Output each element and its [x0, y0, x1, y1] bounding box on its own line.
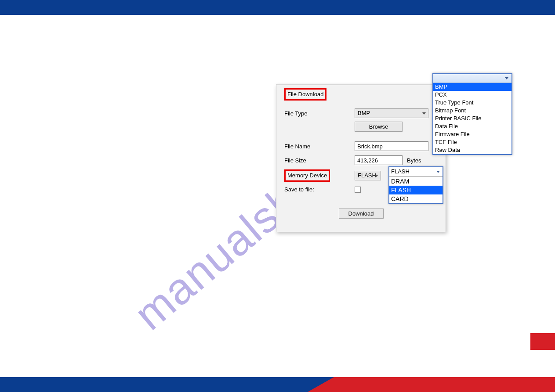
file-size-input[interactable] [355, 155, 403, 165]
red-corner-square [530, 333, 555, 350]
file-type-label: File Type [284, 110, 355, 117]
bottom-red [334, 377, 555, 392]
group-title: File Download [284, 88, 326, 101]
file-type-option[interactable]: Firmware File [433, 130, 511, 138]
file-type-option[interactable]: Data File [433, 122, 511, 130]
file-name-label: File Name [284, 143, 355, 150]
file-type-option[interactable]: Bitmap Font [433, 107, 511, 115]
file-type-option-list: BMP PCX True Type Font Bitmap Font Print… [432, 73, 512, 155]
bytes-label: Bytes [407, 157, 421, 164]
file-type-option[interactable]: True Type Font [433, 99, 511, 107]
file-download-dialog: File Download File Type BMP Browse File … [276, 84, 446, 232]
bottom-triangle [308, 377, 334, 392]
file-type-option[interactable]: Raw Data [433, 146, 511, 154]
memory-device-label: Memory Device [284, 169, 330, 182]
file-type-dropdown[interactable]: BMP [355, 108, 428, 118]
memory-device-option[interactable]: CARD [389, 194, 443, 203]
memory-device-option-list: FLASH DRAM FLASH CARD [388, 166, 443, 204]
memory-list-header[interactable]: FLASH [389, 167, 443, 177]
download-button[interactable]: Download [339, 209, 384, 219]
file-type-option[interactable]: PCX [433, 91, 511, 99]
memory-device-dropdown[interactable]: FLASH [355, 171, 381, 180]
save-to-file-label: Save to file: [284, 186, 355, 193]
top-bar [0, 0, 555, 15]
file-size-label: File Size [284, 157, 355, 164]
file-type-option[interactable]: TCF File [433, 138, 511, 146]
browse-button[interactable]: Browse [355, 122, 403, 132]
save-to-file-checkbox[interactable] [355, 187, 361, 193]
file-type-list-header[interactable] [433, 74, 511, 83]
memory-device-option[interactable]: FLASH [389, 186, 443, 194]
file-type-option[interactable]: Printer BASIC File [433, 115, 511, 122]
file-name-input[interactable] [355, 141, 428, 151]
file-type-option[interactable]: BMP [433, 83, 511, 91]
memory-device-option[interactable]: DRAM [389, 177, 443, 186]
